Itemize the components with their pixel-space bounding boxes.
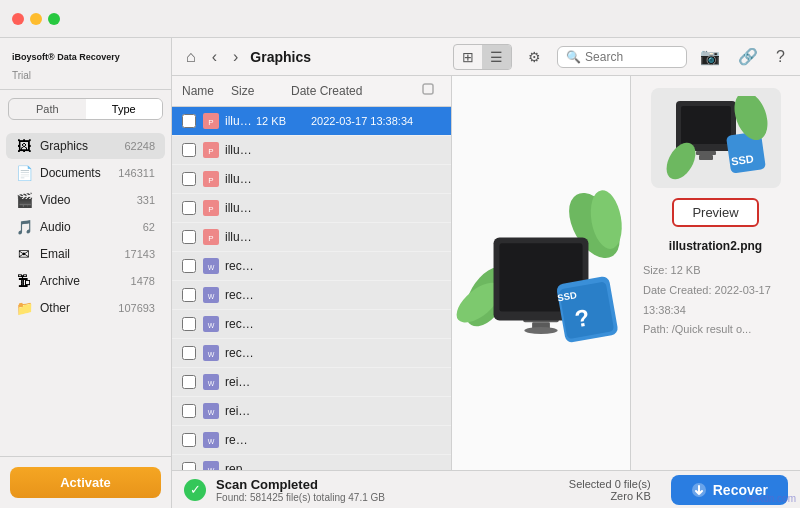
- file-checkbox[interactable]: [182, 172, 196, 186]
- sidebar-label-documents: Documents: [40, 166, 118, 180]
- minimize-button[interactable]: [30, 13, 42, 25]
- file-checkbox[interactable]: [182, 201, 196, 215]
- content-area: ⌂ ‹ › Graphics ⊞ ☰ ⚙ 🔍 📷 🔗 ? Name: [172, 38, 800, 508]
- col-header-size: Size: [231, 84, 291, 98]
- file-name: recove...: [225, 259, 256, 273]
- file-checkbox[interactable]: [182, 259, 196, 273]
- table-row[interactable]: W repair-...: [172, 455, 451, 470]
- file-checkbox[interactable]: [182, 288, 196, 302]
- close-button[interactable]: [12, 13, 24, 25]
- file-checkbox[interactable]: [182, 143, 196, 157]
- sidebar-item-other[interactable]: 📁 Other 107693: [6, 295, 165, 321]
- col-header-flag: [421, 82, 441, 100]
- sidebar-item-graphics[interactable]: 🖼 Graphics 62248: [6, 133, 165, 159]
- file-thumbnail: W: [202, 373, 220, 391]
- filter-button[interactable]: ⚙: [520, 45, 549, 69]
- graphics-icon: 🖼: [16, 138, 32, 154]
- svg-rect-0: [423, 84, 433, 94]
- app-trial: Trial: [12, 70, 159, 81]
- table-row[interactable]: W recove...: [172, 281, 451, 310]
- table-row[interactable]: W recove...: [172, 310, 451, 339]
- sidebar-label-other: Other: [40, 301, 118, 315]
- svg-text:P: P: [208, 147, 213, 156]
- tab-path[interactable]: Path: [9, 99, 86, 119]
- file-name: remov...: [225, 433, 256, 447]
- file-checkbox[interactable]: [182, 375, 196, 389]
- sidebar-count-documents: 146311: [118, 167, 155, 179]
- file-name: reinsta...: [225, 404, 256, 418]
- preview-button[interactable]: Preview: [672, 198, 758, 227]
- file-name: reinsta...: [225, 375, 256, 389]
- file-name: illustrati...: [225, 201, 256, 215]
- table-row[interactable]: P illustrati...: [172, 194, 451, 223]
- preview-thumb-area: SSD: [651, 88, 781, 188]
- help-icon-button[interactable]: ?: [771, 46, 790, 68]
- file-list-pane: Name Size Date Created P illustration2.p: [172, 76, 452, 470]
- tab-type[interactable]: Type: [86, 99, 163, 119]
- file-checkbox[interactable]: [182, 404, 196, 418]
- breadcrumb-title: Graphics: [250, 49, 445, 65]
- table-row[interactable]: W recove...: [172, 339, 451, 368]
- table-row[interactable]: W remov...: [172, 426, 451, 455]
- svg-text:W: W: [208, 264, 215, 271]
- home-button[interactable]: ⌂: [182, 46, 200, 68]
- preview-thumb-svg: SSD: [661, 96, 771, 181]
- info-icon-button[interactable]: 🔗: [733, 45, 763, 68]
- svg-rect-44: [696, 151, 716, 155]
- audio-icon: 🎵: [16, 219, 32, 235]
- file-thumbnail: W: [202, 402, 220, 420]
- preview-image-area: ? SSD: [452, 76, 630, 470]
- selected-size: Zero KB: [569, 490, 651, 502]
- sidebar-items: 🖼 Graphics 62248 📄 Documents 146311 🎬 Vi…: [0, 128, 171, 456]
- table-row[interactable]: P illustrati...: [172, 136, 451, 165]
- preview-pane: ? SSD: [452, 76, 630, 470]
- back-button[interactable]: ‹: [208, 46, 221, 68]
- maximize-button[interactable]: [48, 13, 60, 25]
- file-thumbnail: P: [202, 141, 220, 159]
- sidebar-item-archive[interactable]: 🗜 Archive 1478: [6, 268, 165, 294]
- table-row[interactable]: W recove...: [172, 252, 451, 281]
- sidebar-item-audio[interactable]: 🎵 Audio 62: [6, 214, 165, 240]
- search-input[interactable]: [585, 50, 678, 64]
- search-box: 🔍: [557, 46, 687, 68]
- file-thumbnail: P: [202, 170, 220, 188]
- grid-view-button[interactable]: ⊞: [454, 45, 482, 69]
- file-checkbox[interactable]: [182, 230, 196, 244]
- sidebar-item-email[interactable]: ✉ Email 17143: [6, 241, 165, 267]
- sidebar-label-email: Email: [40, 247, 124, 261]
- file-thumbnail: W: [202, 460, 220, 470]
- file-thumbnail: P: [202, 112, 220, 130]
- preview-path-value: /Quick result o...: [672, 323, 751, 335]
- documents-icon: 📄: [16, 165, 32, 181]
- file-size: 12 KB: [256, 115, 311, 127]
- file-checkbox[interactable]: [182, 114, 196, 128]
- sidebar-label-archive: Archive: [40, 274, 131, 288]
- scan-title: Scan Completed: [216, 477, 559, 492]
- file-checkbox[interactable]: [182, 433, 196, 447]
- file-thumbnail: W: [202, 315, 220, 333]
- table-row[interactable]: P illustration2.png 12 KB 2022-03-17 13:…: [172, 107, 451, 136]
- table-row[interactable]: P illustrati...: [172, 165, 451, 194]
- sidebar: iBoysoft® Data Recovery Trial Path Type …: [0, 38, 172, 508]
- file-date: 2022-03-17 13:38:34: [311, 115, 441, 127]
- sidebar-label-graphics: Graphics: [40, 139, 124, 153]
- file-checkbox[interactable]: [182, 346, 196, 360]
- sidebar-count-audio: 62: [143, 221, 155, 233]
- file-checkbox[interactable]: [182, 317, 196, 331]
- activate-button[interactable]: Activate: [10, 467, 161, 498]
- col-header-date: Date Created: [291, 84, 421, 98]
- sidebar-item-video[interactable]: 🎬 Video 331: [6, 187, 165, 213]
- table-row[interactable]: W reinsta...: [172, 368, 451, 397]
- svg-text:P: P: [208, 176, 213, 185]
- sidebar-item-documents[interactable]: 📄 Documents 146311: [6, 160, 165, 186]
- camera-icon-button[interactable]: 📷: [695, 45, 725, 68]
- file-checkbox[interactable]: [182, 462, 196, 470]
- svg-text:W: W: [208, 438, 215, 445]
- list-view-button[interactable]: ☰: [482, 45, 511, 69]
- forward-button[interactable]: ›: [229, 46, 242, 68]
- selected-info: Selected 0 file(s) Zero KB: [569, 478, 651, 502]
- table-row[interactable]: W reinsta...: [172, 397, 451, 426]
- traffic-lights: [12, 13, 60, 25]
- table-row[interactable]: P illustrati...: [172, 223, 451, 252]
- svg-text:W: W: [208, 380, 215, 387]
